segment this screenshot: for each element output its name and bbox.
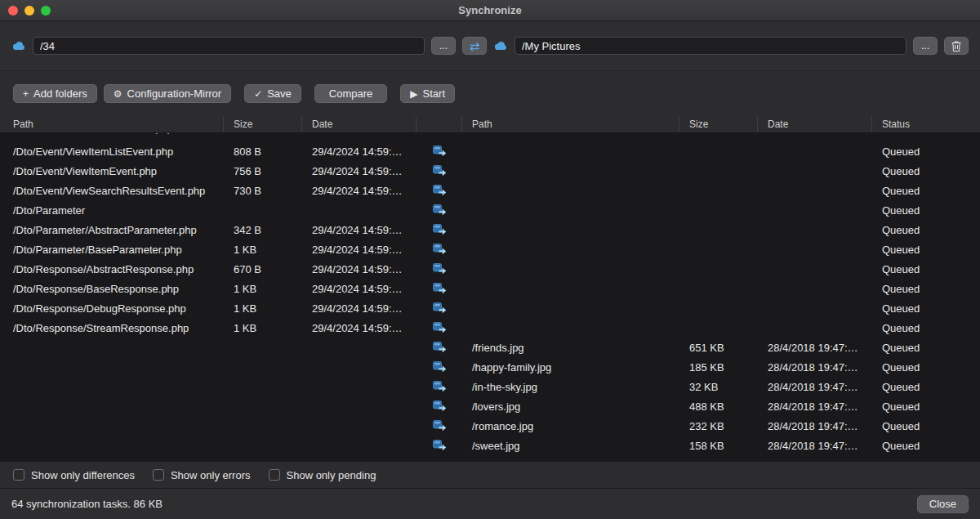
save-button[interactable]: ✓ Save xyxy=(244,84,301,103)
start-label: Start xyxy=(423,87,445,100)
filter-show-only-pending[interactable]: Show only pending xyxy=(269,469,376,481)
column-header-right-path[interactable]: Path xyxy=(462,116,679,132)
left-browse-button[interactable]: ... xyxy=(431,37,456,55)
right-path-cell: /sweet.jpg xyxy=(462,440,679,452)
left-path-input[interactable] xyxy=(33,37,425,55)
plus-icon: + xyxy=(23,89,29,99)
right-date-cell: 28/4/2018 19:47:… xyxy=(758,381,872,393)
column-header-left-date[interactable]: Date xyxy=(302,116,416,132)
column-header-left-path[interactable]: Path xyxy=(0,116,224,132)
sync-icon-cell xyxy=(416,244,462,255)
right-path-cell: /in-the-sky.jpg xyxy=(462,381,679,393)
right-path-cell: /romance.jpg xyxy=(462,420,679,432)
status-cell: Queued xyxy=(872,302,980,315)
sync-icon-cell xyxy=(416,204,462,216)
table-row[interactable]: /Dto/Event/ViewItemEvent.php 756 B 29/4/… xyxy=(0,161,980,181)
column-header-right-date[interactable]: Date xyxy=(758,116,872,132)
right-path-input[interactable] xyxy=(514,37,906,55)
table-row[interactable]: /lovers.jpg 488 KB 28/4/2018 19:47:… Que… xyxy=(0,396,980,416)
right-browse-button[interactable]: ... xyxy=(913,37,938,55)
left-path-cell: /Dto/Event/ViewSearchResultsEvent.php xyxy=(0,185,224,197)
column-header-left-size[interactable]: Size xyxy=(224,116,302,132)
compare-button[interactable]: Compare xyxy=(314,84,387,103)
column-header-status[interactable]: Status xyxy=(872,116,980,132)
add-folders-button[interactable]: + Add folders xyxy=(13,84,97,103)
show-only-pending-checkbox[interactable] xyxy=(269,469,280,481)
close-window-button[interactable] xyxy=(8,6,18,16)
show-only-pending-label: Show only pending xyxy=(287,469,376,481)
zoom-window-button[interactable] xyxy=(41,6,51,16)
minimize-window-button[interactable] xyxy=(24,6,34,16)
left-path-cell: /Dto/Response/AbstractResponse.php xyxy=(0,263,224,275)
table-row[interactable]: /in-the-sky.jpg 32 KB 28/4/2018 19:47:… … xyxy=(0,377,980,396)
right-size-cell: 185 KB xyxy=(679,361,758,374)
table-row[interactable]: /Dto/Parameter/AbstractParameter.php 342… xyxy=(0,220,980,239)
left-path-cell: /Dto/Event/ViewItemEvent.php xyxy=(0,165,224,177)
left-path-cell: /Dto/Parameter/BaseParameter.php xyxy=(0,244,224,256)
left-size-cell: 1 KB xyxy=(224,322,302,334)
add-folders-label: Add folders xyxy=(33,87,87,100)
close-button[interactable]: Close xyxy=(917,495,969,513)
right-date-cell: 28/4/2018 19:47:… xyxy=(758,342,872,354)
table-row[interactable]: /Dto/Response/DebugResponse.php 1 KB 29/… xyxy=(0,298,980,318)
left-path-cell: /Dto/Event/ViewItemListEvent.php xyxy=(0,145,224,158)
left-size-cell: 756 B xyxy=(224,165,302,177)
table-row[interactable]: /Dto/Parameter/BaseParameter.php 1 KB 29… xyxy=(0,239,980,259)
window-title: Synchronize xyxy=(458,4,521,16)
left-date-cell: 29/4/2024 14:59:… xyxy=(302,283,416,295)
titlebar: Synchronize xyxy=(0,0,980,21)
sync-icon-cell xyxy=(416,263,462,275)
swap-arrows-icon: ⇄ xyxy=(470,40,480,52)
status-cell: Queued xyxy=(872,361,980,374)
show-only-errors-checkbox[interactable] xyxy=(153,469,164,481)
table-row[interactable]: /happy-family.jpg 185 KB 28/4/2018 19:47… xyxy=(0,357,980,377)
paths-row: ... ⇄ ... xyxy=(0,21,980,71)
sync-direction-icon xyxy=(433,263,447,275)
table-row[interactable]: /Dto/Response/StreamResponse.php 1 KB 29… xyxy=(0,318,980,338)
left-path-cell: /Dto/Parameter xyxy=(0,204,224,217)
left-date-cell: 29/4/2024 14:59:… xyxy=(302,224,416,236)
status-cell: Queued xyxy=(872,185,980,197)
right-path-cell: /happy-family.jpg xyxy=(462,361,679,374)
table-row[interactable]: /Dto/Event/ViewItemListEvent.php 808 B 2… xyxy=(0,141,980,161)
column-header-right-size[interactable]: Size xyxy=(679,116,758,132)
sync-icon-cell xyxy=(416,185,462,196)
sync-direction-icon xyxy=(433,342,447,353)
configuration-button[interactable]: ⚙ Configuration-Mirror xyxy=(104,84,231,103)
table-row[interactable]: /Dto/Event/SearchItemsEvent.php xyxy=(0,133,980,141)
table-row[interactable]: /romance.jpg 232 KB 28/4/2018 19:47:… Qu… xyxy=(0,416,980,436)
table-row[interactable]: /Dto/Response/AbstractResponse.php 670 B… xyxy=(0,259,980,279)
compare-label: Compare xyxy=(329,87,372,100)
status-cell: Queued xyxy=(872,283,980,295)
left-size-cell: 730 B xyxy=(224,185,302,197)
sync-direction-icon xyxy=(433,420,447,432)
right-size-cell: 32 KB xyxy=(679,381,758,393)
start-button[interactable]: ▶ Start xyxy=(400,84,455,103)
status-cell: Queued xyxy=(872,420,980,432)
table-row[interactable]: /sweet.jpg 158 KB 28/4/2018 19:47:… Queu… xyxy=(0,436,980,455)
table-row[interactable]: /Dto/Event/ViewSearchResultsEvent.php 73… xyxy=(0,181,980,200)
swap-directions-button[interactable]: ⇄ xyxy=(462,37,487,55)
filter-show-only-errors[interactable]: Show only errors xyxy=(153,469,251,481)
sync-icon-cell xyxy=(416,400,462,412)
right-cloud-icon xyxy=(493,41,508,51)
show-only-differences-checkbox[interactable] xyxy=(13,469,24,481)
sync-icon-cell xyxy=(416,440,462,451)
right-path-cell: /friends.jpg xyxy=(462,342,679,354)
left-size-cell: 1 KB xyxy=(224,283,302,295)
sync-icon-cell xyxy=(416,361,462,373)
left-size-cell: 808 B xyxy=(224,145,302,158)
left-size-cell: 670 B xyxy=(224,263,302,275)
sync-direction-icon xyxy=(433,400,447,412)
left-path-cell: /Dto/Parameter/AbstractParameter.php xyxy=(0,224,224,236)
table-row[interactable]: /friends.jpg 651 KB 28/4/2018 19:47:… Qu… xyxy=(0,338,980,357)
left-size-cell: 342 B xyxy=(224,224,302,236)
column-header-direction[interactable] xyxy=(416,116,462,132)
sync-icon-cell xyxy=(416,283,462,294)
table-row[interactable]: /Dto/Response/BaseResponse.php 1 KB 29/4… xyxy=(0,279,980,298)
table-row[interactable]: /Dto/Parameter Queued xyxy=(0,200,980,220)
right-date-cell: 28/4/2018 19:47:… xyxy=(758,361,872,374)
remove-pair-button[interactable] xyxy=(944,37,969,55)
gear-icon: ⚙ xyxy=(114,89,122,99)
filter-show-only-differences[interactable]: Show only differences xyxy=(13,469,135,481)
